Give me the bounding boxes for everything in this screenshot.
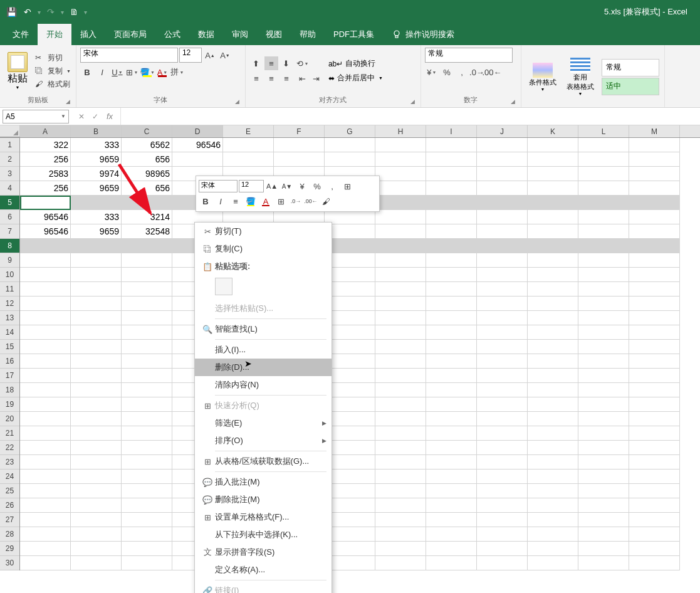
cell-L29[interactable] — [578, 542, 629, 556]
cell-M27[interactable] — [629, 513, 680, 527]
cell-K13[interactable] — [528, 311, 578, 325]
cell-G21[interactable] — [325, 426, 375, 441]
menu-delete-comment[interactable]: 💬 删除批注(M) — [195, 491, 332, 508]
cell-M11[interactable] — [629, 282, 680, 296]
mini-font-color-icon[interactable]: A — [259, 194, 273, 208]
cell-I10[interactable] — [426, 268, 477, 282]
cell-C11[interactable] — [122, 282, 172, 296]
cell-B24[interactable] — [71, 470, 122, 484]
cell-K24[interactable] — [528, 470, 578, 484]
mini-inc-decimal-icon[interactable]: .0→ — [289, 194, 303, 208]
select-all-corner[interactable] — [0, 125, 20, 137]
col-header-J[interactable]: J — [477, 125, 528, 137]
cell-B8[interactable] — [71, 239, 122, 253]
cell-K28[interactable] — [528, 527, 578, 542]
cell-K29[interactable] — [528, 542, 578, 556]
cell-J5[interactable] — [477, 196, 528, 210]
row-header-18[interactable]: 18 — [0, 383, 19, 397]
cell-L16[interactable] — [578, 354, 629, 369]
cell-G10[interactable] — [325, 268, 375, 282]
menu-cut[interactable]: ✂ 剪切(T) — [195, 223, 332, 240]
mini-currency-icon[interactable]: ¥ — [295, 179, 309, 193]
cell-A1[interactable]: 322 — [20, 138, 71, 152]
cell-I22[interactable] — [426, 441, 477, 455]
mini-percent-icon[interactable]: % — [310, 179, 324, 193]
col-header-F[interactable]: F — [274, 125, 325, 137]
cell-K1[interactable] — [528, 138, 578, 152]
cell-L17[interactable] — [578, 369, 629, 383]
cell-M25[interactable] — [629, 484, 680, 498]
cell-J11[interactable] — [477, 282, 528, 296]
cell-M13[interactable] — [629, 311, 680, 325]
cell-J20[interactable] — [477, 412, 528, 426]
row-header-19[interactable]: 19 — [0, 397, 19, 412]
cell-M3[interactable] — [629, 167, 680, 181]
cell-C20[interactable] — [122, 412, 172, 426]
cell-C6[interactable]: 3214 — [122, 210, 172, 224]
cell-G16[interactable] — [325, 354, 375, 369]
cell-K17[interactable] — [528, 369, 578, 383]
cell-I19[interactable] — [426, 397, 477, 412]
paste-button[interactable]: 粘贴 ▼ — [4, 52, 31, 90]
cell-L13[interactable] — [578, 311, 629, 325]
cell-A15[interactable] — [20, 340, 71, 354]
cell-A13[interactable] — [20, 311, 71, 325]
mini-increase-font-icon[interactable]: A▲ — [265, 179, 279, 193]
col-header-I[interactable]: I — [426, 125, 477, 137]
cell-B5[interactable] — [71, 196, 122, 210]
cell-G26[interactable] — [325, 498, 375, 513]
cell-H4[interactable] — [375, 181, 426, 196]
cell-G2[interactable] — [325, 152, 375, 167]
cell-L9[interactable] — [578, 253, 629, 268]
cell-C4[interactable]: 656 — [122, 181, 172, 196]
cell-E1[interactable] — [223, 138, 274, 152]
fill-color-button[interactable]: 🪣▼ — [140, 65, 154, 79]
cell-M15[interactable] — [629, 340, 680, 354]
cell-K7[interactable] — [528, 224, 578, 239]
cell-H7[interactable] — [375, 224, 426, 239]
cell-A9[interactable] — [20, 253, 71, 268]
cell-J21[interactable] — [477, 426, 528, 441]
undo-icon[interactable]: ↶ — [21, 6, 34, 18]
cell-C27[interactable] — [122, 513, 172, 527]
cell-J7[interactable] — [477, 224, 528, 239]
cell-J2[interactable] — [477, 152, 528, 167]
border-button[interactable]: ⊞▼ — [125, 65, 139, 79]
menu-delete[interactable]: 删除(D)... — [195, 359, 332, 376]
cell-G8[interactable] — [325, 239, 375, 253]
cell-H17[interactable] — [375, 369, 426, 383]
cell-A27[interactable] — [20, 513, 71, 527]
cell-B21[interactable] — [71, 426, 122, 441]
cell-I14[interactable] — [426, 325, 477, 340]
mini-bold-button[interactable]: B — [199, 194, 212, 208]
align-center-icon[interactable]: ≡ — [264, 71, 278, 85]
cell-B27[interactable] — [71, 513, 122, 527]
cell-C5[interactable] — [122, 196, 172, 210]
cell-M9[interactable] — [629, 253, 680, 268]
mini-italic-button[interactable]: I — [214, 194, 227, 208]
cell-L8[interactable] — [578, 239, 629, 253]
cell-B2[interactable]: 9659 — [71, 152, 122, 167]
cell-G9[interactable] — [325, 253, 375, 268]
cell-I21[interactable] — [426, 426, 477, 441]
cell-L6[interactable] — [578, 210, 629, 224]
font-size-select[interactable]: 12 — [179, 48, 202, 63]
mini-dec-decimal-icon[interactable]: .00← — [304, 194, 318, 208]
mini-fill-color-icon[interactable]: 🪣 — [244, 194, 258, 208]
clipboard-launcher[interactable]: ◢ — [66, 98, 73, 106]
cell-K3[interactable] — [528, 167, 578, 181]
conditional-format-button[interactable]: 条件格式 ▼ — [525, 61, 560, 93]
cell-G7[interactable] — [325, 224, 375, 239]
row-header-5[interactable]: 5 — [0, 196, 19, 210]
cell-J13[interactable] — [477, 311, 528, 325]
align-bottom-icon[interactable]: ⬇ — [279, 56, 293, 70]
row-header-14[interactable]: 14 — [0, 325, 19, 340]
cell-I30[interactable] — [426, 556, 477, 570]
number-launcher[interactable]: ◢ — [511, 98, 518, 106]
cell-H29[interactable] — [375, 542, 426, 556]
tab-file[interactable]: 文件 — [4, 24, 38, 45]
cell-H5[interactable] — [375, 196, 426, 210]
align-middle-icon[interactable]: ≡ — [264, 56, 278, 70]
cell-M6[interactable] — [629, 210, 680, 224]
cell-K2[interactable] — [528, 152, 578, 167]
